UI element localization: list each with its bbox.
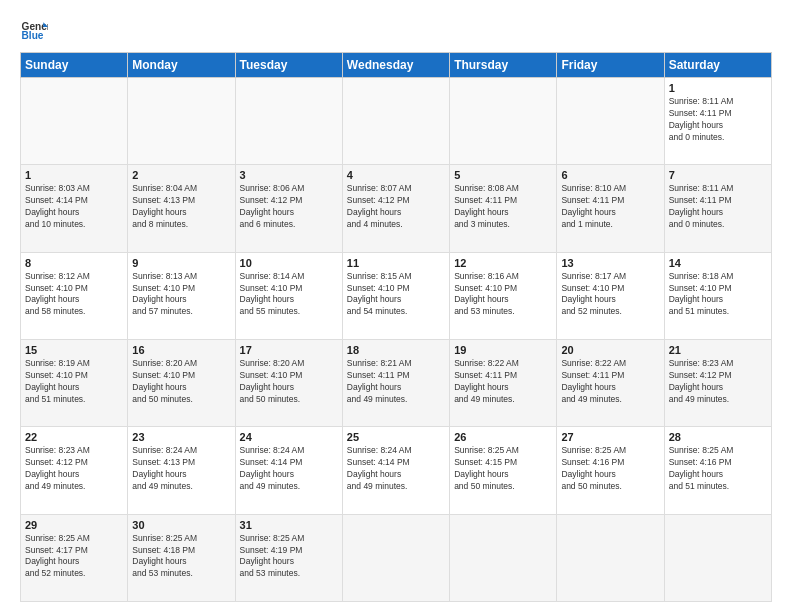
day-info: Sunrise: 8:24 AMSunset: 4:14 PMDaylight …: [240, 445, 338, 493]
day-number: 19: [454, 344, 552, 356]
calendar-cell: [557, 514, 664, 601]
calendar-cell: 10Sunrise: 8:14 AMSunset: 4:10 PMDayligh…: [235, 252, 342, 339]
calendar-cell: [450, 514, 557, 601]
svg-text:Blue: Blue: [22, 30, 44, 41]
calendar-week-4: 22Sunrise: 8:23 AMSunset: 4:12 PMDayligh…: [21, 427, 772, 514]
calendar-cell: 3Sunrise: 8:06 AMSunset: 4:12 PMDaylight…: [235, 165, 342, 252]
calendar-cell: 2Sunrise: 8:04 AMSunset: 4:13 PMDaylight…: [128, 165, 235, 252]
header: General Blue: [20, 16, 772, 44]
logo: General Blue: [20, 16, 52, 44]
day-number: 24: [240, 431, 338, 443]
calendar-cell: 30Sunrise: 8:25 AMSunset: 4:18 PMDayligh…: [128, 514, 235, 601]
day-info: Sunrise: 8:22 AMSunset: 4:11 PMDaylight …: [454, 358, 552, 406]
day-number: 6: [561, 169, 659, 181]
calendar-cell: 16Sunrise: 8:20 AMSunset: 4:10 PMDayligh…: [128, 339, 235, 426]
day-number: 20: [561, 344, 659, 356]
day-info: Sunrise: 8:08 AMSunset: 4:11 PMDaylight …: [454, 183, 552, 231]
day-info: Sunrise: 8:15 AMSunset: 4:10 PMDaylight …: [347, 271, 445, 319]
calendar-cell: 4Sunrise: 8:07 AMSunset: 4:12 PMDaylight…: [342, 165, 449, 252]
day-info: Sunrise: 8:16 AMSunset: 4:10 PMDaylight …: [454, 271, 552, 319]
calendar-cell: 8Sunrise: 8:12 AMSunset: 4:10 PMDaylight…: [21, 252, 128, 339]
calendar-cell: 31Sunrise: 8:25 AMSunset: 4:19 PMDayligh…: [235, 514, 342, 601]
calendar-cell: 20Sunrise: 8:22 AMSunset: 4:11 PMDayligh…: [557, 339, 664, 426]
day-header-monday: Monday: [128, 53, 235, 78]
day-number: 5: [454, 169, 552, 181]
day-info: Sunrise: 8:04 AMSunset: 4:13 PMDaylight …: [132, 183, 230, 231]
day-info: Sunrise: 8:24 AMSunset: 4:14 PMDaylight …: [347, 445, 445, 493]
calendar-cell: 21Sunrise: 8:23 AMSunset: 4:12 PMDayligh…: [664, 339, 771, 426]
day-number: 12: [454, 257, 552, 269]
calendar-week-3: 15Sunrise: 8:19 AMSunset: 4:10 PMDayligh…: [21, 339, 772, 426]
day-number: 27: [561, 431, 659, 443]
calendar-week-1: 1Sunrise: 8:03 AMSunset: 4:14 PMDaylight…: [21, 165, 772, 252]
day-info: Sunrise: 8:25 AMSunset: 4:16 PMDaylight …: [561, 445, 659, 493]
calendar-cell: 6Sunrise: 8:10 AMSunset: 4:11 PMDaylight…: [557, 165, 664, 252]
calendar-cell: 15Sunrise: 8:19 AMSunset: 4:10 PMDayligh…: [21, 339, 128, 426]
calendar-cell: [342, 78, 449, 165]
day-number: 21: [669, 344, 767, 356]
day-number: 23: [132, 431, 230, 443]
day-header-tuesday: Tuesday: [235, 53, 342, 78]
day-info: Sunrise: 8:11 AMSunset: 4:11 PMDaylight …: [669, 183, 767, 231]
calendar-cell: [557, 78, 664, 165]
calendar-header-row: SundayMondayTuesdayWednesdayThursdayFrid…: [21, 53, 772, 78]
day-number: 3: [240, 169, 338, 181]
day-number: 1: [669, 82, 767, 94]
day-number: 10: [240, 257, 338, 269]
day-info: Sunrise: 8:20 AMSunset: 4:10 PMDaylight …: [240, 358, 338, 406]
calendar-cell: 28Sunrise: 8:25 AMSunset: 4:16 PMDayligh…: [664, 427, 771, 514]
calendar-cell: [21, 78, 128, 165]
day-number: 9: [132, 257, 230, 269]
calendar-week-2: 8Sunrise: 8:12 AMSunset: 4:10 PMDaylight…: [21, 252, 772, 339]
day-number: 22: [25, 431, 123, 443]
day-number: 1: [25, 169, 123, 181]
day-number: 13: [561, 257, 659, 269]
day-number: 18: [347, 344, 445, 356]
day-info: Sunrise: 8:25 AMSunset: 4:18 PMDaylight …: [132, 533, 230, 581]
calendar-week-5: 29Sunrise: 8:25 AMSunset: 4:17 PMDayligh…: [21, 514, 772, 601]
day-info: Sunrise: 8:03 AMSunset: 4:14 PMDaylight …: [25, 183, 123, 231]
calendar-cell: 18Sunrise: 8:21 AMSunset: 4:11 PMDayligh…: [342, 339, 449, 426]
day-number: 4: [347, 169, 445, 181]
calendar-cell: [235, 78, 342, 165]
calendar-cell: [450, 78, 557, 165]
calendar-cell: 5Sunrise: 8:08 AMSunset: 4:11 PMDaylight…: [450, 165, 557, 252]
day-number: 28: [669, 431, 767, 443]
calendar-cell: 25Sunrise: 8:24 AMSunset: 4:14 PMDayligh…: [342, 427, 449, 514]
calendar-cell: 29Sunrise: 8:25 AMSunset: 4:17 PMDayligh…: [21, 514, 128, 601]
day-number: 26: [454, 431, 552, 443]
calendar-cell: 7Sunrise: 8:11 AMSunset: 4:11 PMDaylight…: [664, 165, 771, 252]
day-info: Sunrise: 8:13 AMSunset: 4:10 PMDaylight …: [132, 271, 230, 319]
day-info: Sunrise: 8:24 AMSunset: 4:13 PMDaylight …: [132, 445, 230, 493]
day-info: Sunrise: 8:22 AMSunset: 4:11 PMDaylight …: [561, 358, 659, 406]
day-info: Sunrise: 8:19 AMSunset: 4:10 PMDaylight …: [25, 358, 123, 406]
day-number: 11: [347, 257, 445, 269]
day-number: 29: [25, 519, 123, 531]
calendar-cell: [128, 78, 235, 165]
day-info: Sunrise: 8:23 AMSunset: 4:12 PMDaylight …: [669, 358, 767, 406]
day-info: Sunrise: 8:06 AMSunset: 4:12 PMDaylight …: [240, 183, 338, 231]
calendar-cell: [664, 514, 771, 601]
day-info: Sunrise: 8:12 AMSunset: 4:10 PMDaylight …: [25, 271, 123, 319]
calendar-cell: 14Sunrise: 8:18 AMSunset: 4:10 PMDayligh…: [664, 252, 771, 339]
calendar-cell: 22Sunrise: 8:23 AMSunset: 4:12 PMDayligh…: [21, 427, 128, 514]
day-info: Sunrise: 8:25 AMSunset: 4:19 PMDaylight …: [240, 533, 338, 581]
calendar-cell: [342, 514, 449, 601]
day-number: 14: [669, 257, 767, 269]
calendar-cell: 1Sunrise: 8:03 AMSunset: 4:14 PMDaylight…: [21, 165, 128, 252]
calendar-cell: 19Sunrise: 8:22 AMSunset: 4:11 PMDayligh…: [450, 339, 557, 426]
day-info: Sunrise: 8:20 AMSunset: 4:10 PMDaylight …: [132, 358, 230, 406]
day-number: 30: [132, 519, 230, 531]
calendar-cell: 24Sunrise: 8:24 AMSunset: 4:14 PMDayligh…: [235, 427, 342, 514]
day-info: Sunrise: 8:23 AMSunset: 4:12 PMDaylight …: [25, 445, 123, 493]
day-number: 15: [25, 344, 123, 356]
day-header-friday: Friday: [557, 53, 664, 78]
day-number: 16: [132, 344, 230, 356]
logo-icon: General Blue: [20, 16, 48, 44]
calendar-cell: 27Sunrise: 8:25 AMSunset: 4:16 PMDayligh…: [557, 427, 664, 514]
day-info: Sunrise: 8:21 AMSunset: 4:11 PMDaylight …: [347, 358, 445, 406]
calendar-cell: 26Sunrise: 8:25 AMSunset: 4:15 PMDayligh…: [450, 427, 557, 514]
calendar-cell: 11Sunrise: 8:15 AMSunset: 4:10 PMDayligh…: [342, 252, 449, 339]
day-info: Sunrise: 8:25 AMSunset: 4:15 PMDaylight …: [454, 445, 552, 493]
day-info: Sunrise: 8:25 AMSunset: 4:16 PMDaylight …: [669, 445, 767, 493]
